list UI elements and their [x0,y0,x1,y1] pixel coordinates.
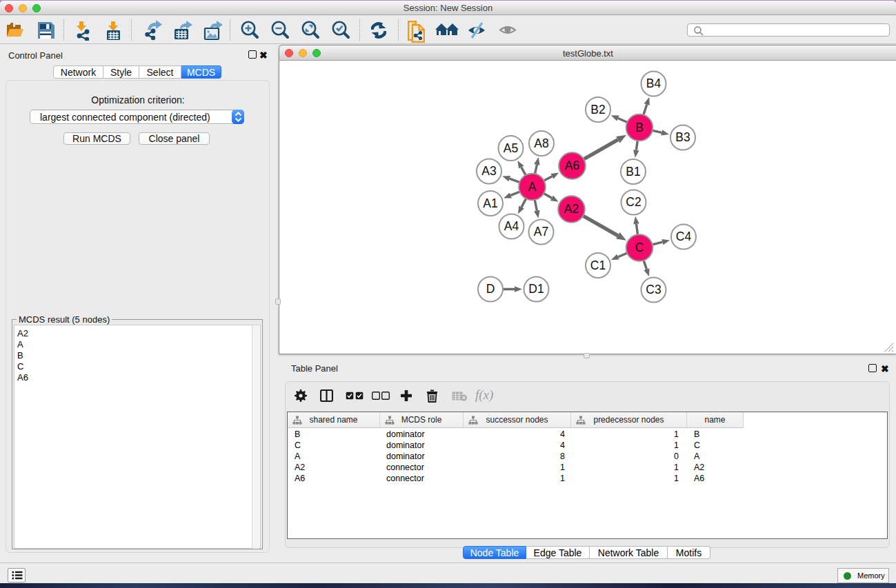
svg-text:A: A [528,180,537,194]
svg-text:A1: A1 [483,196,497,210]
svg-text:C4: C4 [676,230,692,243]
svg-text:A2: A2 [564,202,579,216]
svg-text:A5: A5 [504,141,518,155]
svg-text:A4: A4 [504,219,519,233]
svg-text:C3: C3 [646,283,661,296]
svg-text:A6: A6 [565,159,579,172]
svg-text:B1: B1 [626,165,640,179]
svg-text:D1: D1 [528,282,544,296]
svg-text:B: B [635,121,644,134]
svg-text:B3: B3 [675,130,690,144]
svg-text:C1: C1 [590,258,606,272]
svg-text:A7: A7 [534,225,548,239]
svg-text:D: D [486,282,495,296]
svg-text:C2: C2 [626,195,641,209]
svg-text:B4: B4 [646,77,661,90]
svg-text:B2: B2 [590,103,605,116]
svg-text:A3: A3 [481,164,496,178]
svg-text:C: C [635,241,644,254]
svg-text:A8: A8 [534,136,548,150]
